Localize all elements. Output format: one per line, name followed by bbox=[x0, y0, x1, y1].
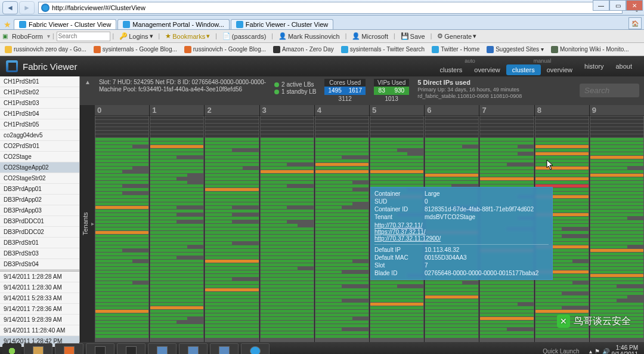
blade-slot[interactable] bbox=[95, 267, 148, 270]
blade-slot[interactable] bbox=[590, 163, 643, 166]
blade-slot[interactable] bbox=[480, 310, 533, 313]
roboform-search[interactable] bbox=[57, 32, 110, 41]
blade-slot[interactable] bbox=[205, 195, 258, 198]
blade-slot[interactable] bbox=[261, 288, 314, 291]
blade-slot[interactable] bbox=[590, 281, 643, 284]
blade-slot[interactable] bbox=[315, 163, 369, 166]
blade-slot[interactable] bbox=[480, 335, 533, 338]
blade-slot[interactable] bbox=[261, 256, 314, 259]
blade-slot[interactable] bbox=[150, 317, 203, 320]
blade-slot[interactable] bbox=[261, 231, 314, 234]
blade-slot[interactable] bbox=[535, 116, 589, 119]
blade-slot[interactable] bbox=[480, 170, 533, 173]
blade-slot[interactable] bbox=[315, 149, 369, 152]
blade-slot[interactable] bbox=[205, 152, 258, 155]
blade-slot[interactable] bbox=[315, 177, 369, 180]
blade-slot[interactable] bbox=[315, 249, 369, 252]
blade-slot[interactable] bbox=[315, 324, 369, 327]
blade-slot[interactable] bbox=[370, 116, 423, 119]
blade-slot[interactable] bbox=[370, 306, 423, 309]
fav-0[interactable]: russinovich zero day - Go... bbox=[2, 45, 89, 54]
blade-slot[interactable] bbox=[205, 206, 258, 209]
blade-slot[interactable] bbox=[205, 163, 258, 166]
blade-slot[interactable] bbox=[315, 306, 369, 309]
expand-toggle-icon[interactable]: ▲ bbox=[85, 79, 91, 103]
passcards-menu[interactable]: 📄 (passcards) bbox=[219, 32, 269, 41]
blade-slot[interactable] bbox=[480, 138, 533, 141]
blade-slot[interactable] bbox=[205, 310, 258, 313]
blade-slot[interactable] bbox=[370, 328, 423, 331]
blade-slot[interactable] bbox=[425, 116, 478, 119]
blade-slot[interactable] bbox=[315, 184, 369, 187]
blade-slot[interactable] bbox=[535, 163, 589, 166]
blade-slot[interactable] bbox=[150, 249, 203, 252]
blade-slot[interactable] bbox=[95, 120, 148, 123]
blade-slot[interactable] bbox=[150, 303, 203, 306]
blade-slot[interactable] bbox=[590, 192, 643, 195]
blade-slot[interactable] bbox=[590, 249, 643, 252]
blade-slot[interactable] bbox=[480, 331, 533, 334]
blade-slot[interactable] bbox=[315, 152, 369, 155]
blade-slot[interactable] bbox=[315, 285, 369, 288]
blade-slot[interactable] bbox=[315, 174, 369, 177]
blade-slot[interactable] bbox=[205, 303, 258, 306]
blade-slot[interactable] bbox=[590, 195, 643, 198]
blade-slot[interactable] bbox=[370, 324, 423, 327]
blade-slot[interactable] bbox=[480, 174, 533, 177]
blade-slot[interactable] bbox=[261, 138, 314, 141]
blade-slot[interactable] bbox=[370, 149, 423, 152]
blade-slot[interactable] bbox=[95, 278, 148, 281]
blade-slot[interactable] bbox=[95, 231, 148, 234]
blade-slot[interactable] bbox=[205, 181, 258, 184]
taskbar-app-8[interactable] bbox=[241, 343, 270, 354]
blade-slot[interactable] bbox=[425, 181, 478, 184]
sidebar-cluster-item[interactable]: CH1PrdStr05 bbox=[0, 119, 79, 130]
blade-slot[interactable] bbox=[370, 299, 423, 302]
blade-slot[interactable] bbox=[150, 324, 203, 327]
blade-slot[interactable] bbox=[590, 124, 643, 127]
blade-slot[interactable] bbox=[205, 274, 258, 277]
blade-slot[interactable] bbox=[315, 195, 369, 198]
blade-slot[interactable] bbox=[205, 220, 258, 223]
blade-slot[interactable] bbox=[150, 321, 203, 324]
blade-slot[interactable] bbox=[95, 195, 148, 198]
blade-slot[interactable] bbox=[150, 184, 203, 187]
blade-slot[interactable] bbox=[150, 195, 203, 198]
blade-slot[interactable] bbox=[315, 267, 369, 270]
blade-slot[interactable] bbox=[425, 310, 478, 313]
blade-slot[interactable] bbox=[590, 181, 643, 184]
blade-slot[interactable] bbox=[150, 217, 203, 220]
blade-slot[interactable] bbox=[205, 295, 258, 298]
blade-slot[interactable] bbox=[261, 331, 314, 334]
blade-slot[interactable] bbox=[370, 303, 423, 306]
blade-slot[interactable] bbox=[95, 227, 148, 230]
blade-slot[interactable] bbox=[590, 184, 643, 187]
blade-slot[interactable] bbox=[95, 285, 148, 288]
blade-slot[interactable] bbox=[315, 124, 369, 127]
blade-slot[interactable] bbox=[261, 159, 314, 162]
sidebar-cluster-item[interactable]: DB3PrdStr04 bbox=[0, 259, 79, 270]
blade-slot[interactable] bbox=[590, 238, 643, 241]
blade-slot[interactable] bbox=[205, 267, 258, 270]
blade-slot[interactable] bbox=[150, 202, 203, 205]
blade-slot[interactable] bbox=[315, 235, 369, 238]
blade-slot[interactable] bbox=[370, 310, 423, 313]
blade-slot[interactable] bbox=[590, 299, 643, 302]
taskbar-app-2[interactable] bbox=[55, 343, 83, 354]
blade-slot[interactable] bbox=[535, 331, 589, 334]
sidebar-cluster-item[interactable]: co2agg04dev5 bbox=[0, 130, 79, 141]
blade-slot[interactable] bbox=[150, 267, 203, 270]
sidebar-cluster-item[interactable]: CH1PrdStr03 bbox=[0, 98, 79, 109]
blade-slot[interactable] bbox=[425, 141, 478, 144]
fav-4[interactable]: sysinternals - Twitter Search bbox=[339, 45, 427, 54]
mark-login[interactable]: 👤 Mark Russinovich bbox=[275, 32, 343, 41]
blade-slot[interactable] bbox=[370, 124, 423, 127]
save-button[interactable]: 💾 Save bbox=[398, 32, 428, 41]
blade-slot[interactable] bbox=[535, 328, 589, 331]
blade-slot[interactable] bbox=[315, 328, 369, 331]
blade-slot[interactable] bbox=[261, 220, 314, 223]
blade-slot[interactable] bbox=[205, 288, 258, 291]
sidebar-cluster-item[interactable]: CO2Stage bbox=[0, 152, 79, 162]
blade-slot[interactable] bbox=[261, 167, 314, 170]
blade-slot[interactable] bbox=[590, 134, 643, 137]
